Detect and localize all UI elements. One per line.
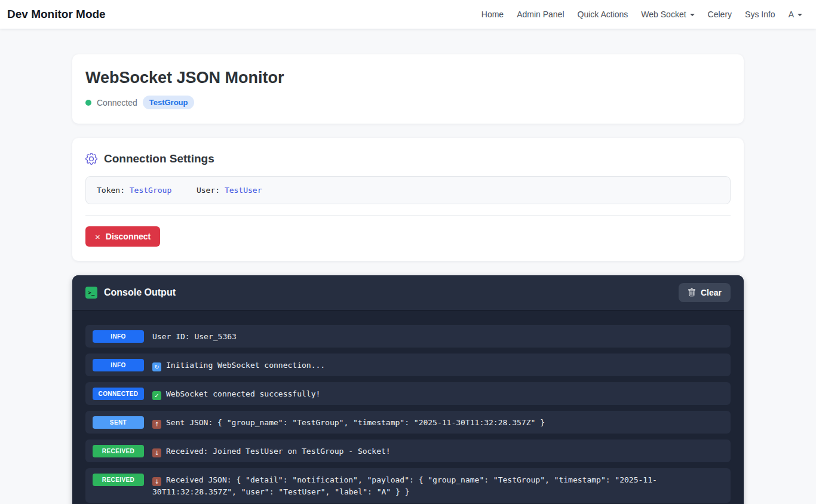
nav-item-quick-actions[interactable]: Quick Actions (571, 5, 635, 24)
disconnect-label: Disconnect (106, 232, 151, 241)
top-navbar: Dev Monitor Mode Home Admin Panel Quick … (0, 0, 816, 29)
console-log-row: INFO User ID: User_5363 (85, 325, 731, 348)
clear-label: Clear (701, 288, 722, 297)
token-info-box: Token: TestGroup User: TestUser (85, 176, 731, 204)
log-level-badge: INFO (93, 359, 144, 371)
nav-item-web-socket[interactable]: Web Socket (634, 5, 701, 24)
log-text: Initiating WebSocket connection... (166, 361, 325, 370)
terminal-icon: >_ (85, 287, 97, 299)
group-badge: TestGroup (143, 96, 195, 109)
console-log-row: RECEIVED ↓Received JSON: { "detail": "no… (85, 468, 731, 503)
gear-icon (85, 153, 97, 165)
monitor-header-card: WebSocket JSON Monitor Connected TestGro… (72, 54, 744, 124)
log-text: User ID: User_5363 (152, 332, 237, 341)
nav-item-label: Admin Panel (517, 10, 564, 19)
clear-button[interactable]: Clear (679, 283, 731, 302)
main-container: WebSocket JSON Monitor Connected TestGro… (72, 29, 744, 504)
connection-settings-card: Connection Settings Token: TestGroup Use… (72, 138, 744, 261)
connection-icon: ↻ (152, 362, 161, 371)
nav-item-celery[interactable]: Celery (701, 5, 738, 24)
status-dot (85, 100, 91, 106)
log-message: ↻Initiating WebSocket connection... (152, 358, 325, 371)
nav-item-label: Celery (708, 10, 732, 19)
nav-item-user-menu[interactable]: A (782, 5, 809, 24)
log-message: User ID: User_5363 (152, 330, 237, 343)
nav-item-label: Web Socket (641, 10, 686, 19)
console-log-row: CONNECTED ✓WebSocket connected successfu… (85, 382, 731, 405)
check-icon: ✓ (152, 391, 161, 400)
log-text: Sent JSON: { "group_name": "TestGroup", … (166, 418, 545, 427)
section-title: Connection Settings (104, 152, 214, 165)
nav-item-label: Quick Actions (578, 10, 628, 19)
log-message: ✓WebSocket connected successfully! (152, 387, 320, 400)
inbox-icon: ↓ (152, 477, 161, 486)
status-label: Connected (97, 98, 137, 107)
console-title-group: >_ Console Output (85, 287, 176, 299)
nav-item-admin-panel[interactable]: Admin Panel (510, 5, 570, 24)
disconnect-button[interactable]: × Disconnect (85, 226, 160, 247)
console-log-row: RECEIVED ↓Received: Joined TestUser on T… (85, 440, 731, 462)
nav-item-label: Sys Info (745, 10, 775, 19)
section-header: Connection Settings (85, 152, 731, 165)
console-body: INFO User ID: User_5363 INFO ↻Initiating… (72, 311, 744, 504)
console-title: Console Output (104, 287, 176, 298)
console-header: >_ Console Output Clear (72, 275, 744, 311)
log-level-badge: SENT (93, 416, 144, 429)
log-level-badge: RECEIVED (93, 445, 144, 457)
outbox-icon: ↑ (152, 420, 161, 429)
nav-links: Home Admin Panel Quick Actions Web Socke… (475, 5, 809, 24)
page-title: WebSocket JSON Monitor (85, 69, 731, 87)
user-value: TestUser (225, 186, 262, 195)
card-divider (85, 215, 731, 216)
inbox-icon: ↓ (152, 448, 161, 457)
log-message: ↓Received: Joined TestUser on TestGroup … (152, 444, 391, 457)
token-value: TestGroup (130, 186, 171, 195)
log-text: WebSocket connected successfully! (166, 389, 320, 398)
nav-item-home[interactable]: Home (475, 5, 510, 24)
console-log-row: INFO ↻Initiating WebSocket connection... (85, 354, 731, 376)
log-level-badge: RECEIVED (93, 474, 144, 486)
app-brand[interactable]: Dev Monitor Mode (7, 8, 106, 21)
log-text: Received: Joined TestUser on TestGroup -… (166, 447, 391, 456)
token-label: Token: (97, 186, 125, 195)
close-icon: × (95, 232, 100, 241)
user-label: User: (197, 186, 220, 195)
nav-item-label: Home (481, 10, 504, 19)
log-message: ↓Received JSON: { "detail": "notificatio… (152, 473, 723, 498)
connection-status-row: Connected TestGroup (85, 96, 731, 109)
log-level-badge: CONNECTED (93, 388, 144, 400)
log-message: ↑Sent JSON: { "group_name": "TestGroup",… (152, 416, 545, 429)
log-level-badge: INFO (93, 330, 144, 343)
trash-icon (688, 288, 696, 297)
chevron-down-icon (690, 14, 695, 16)
nav-item-sys-info[interactable]: Sys Info (738, 5, 782, 24)
nav-item-label: A (789, 10, 794, 19)
chevron-down-icon (797, 14, 802, 16)
console-output-card: >_ Console Output Clear INFO User ID: Us… (72, 275, 744, 504)
console-log-row: SENT ↑Sent JSON: { "group_name": "TestGr… (85, 411, 731, 434)
log-text: Received JSON: { "detail": "notification… (152, 475, 657, 496)
